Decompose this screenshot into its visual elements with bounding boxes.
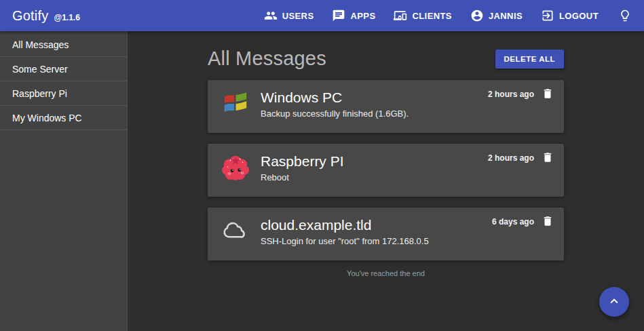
message-timestamp: 2 hours ago <box>488 153 534 163</box>
windows-logo-icon <box>221 89 250 117</box>
users-icon <box>264 9 278 22</box>
message-timestamp: 6 days ago <box>492 217 534 227</box>
end-of-list-text: You've reached the end <box>208 269 564 277</box>
nav-logout[interactable]: LOGOUT <box>541 9 599 22</box>
sidebar-item-label: My Windows PC <box>12 113 82 123</box>
message-list: Windows PC Backup successfully finished … <box>208 80 564 260</box>
logout-icon <box>541 9 554 22</box>
sidebar-item-some-server[interactable]: Some Server <box>0 57 127 81</box>
nav-logout-label: LOGOUT <box>559 11 599 21</box>
account-icon <box>470 9 484 22</box>
message-card-windows-pc: Windows PC Backup successfully finished … <box>208 80 564 133</box>
nav-user-label: JANNIS <box>489 11 523 21</box>
nav-users[interactable]: USERS <box>264 9 314 22</box>
nav-clients-label: CLIENTS <box>412 11 451 21</box>
app-bar: Gotify @1.1.6 USERS APPS CLIENTS JANNIS <box>0 0 644 31</box>
message-card-raspberry-pi: Raspberry PI Reboot 2 hours ago <box>208 144 564 197</box>
nav-clients[interactable]: CLIENTS <box>394 9 451 22</box>
top-nav: USERS APPS CLIENTS JANNIS LOGOUT <box>264 9 632 22</box>
message-body: SSH-Login for user "root" from 172.168.0… <box>261 236 553 246</box>
trash-icon <box>542 151 554 166</box>
brand-name: Gotify <box>12 8 48 24</box>
sidebar-item-label: Some Server <box>12 64 68 75</box>
lightbulb-icon <box>618 9 632 22</box>
brand-version: @1.1.6 <box>54 13 79 22</box>
nav-users-label: USERS <box>282 11 314 21</box>
sidebar-item-raspberry-pi[interactable]: Raspberry Pi <box>0 81 127 106</box>
message-body: Backup successfully finished (1.6GB). <box>261 109 553 119</box>
delete-message-button[interactable] <box>539 214 556 230</box>
nav-user-jannis[interactable]: JANNIS <box>470 9 523 22</box>
sidebar-item-label: All Messages <box>12 39 69 50</box>
nav-apps[interactable]: APPS <box>332 9 375 22</box>
delete-message-button[interactable] <box>539 86 556 102</box>
clients-icon <box>394 9 407 22</box>
sidebar: All Messages Some Server Raspberry Pi My… <box>0 31 128 331</box>
brand-link[interactable]: Gotify @1.1.6 <box>12 8 80 24</box>
chevron-up-icon <box>607 294 622 311</box>
raspberry-icon <box>221 153 250 181</box>
scroll-to-top-button[interactable] <box>599 287 629 317</box>
delete-message-button[interactable] <box>539 150 556 166</box>
sidebar-item-my-windows-pc[interactable]: My Windows PC <box>0 106 127 130</box>
sidebar-item-label: Raspberry Pi <box>12 88 67 99</box>
message-timestamp: 2 hours ago <box>488 90 534 99</box>
sidebar-item-all-messages[interactable]: All Messages <box>0 33 127 57</box>
trash-icon <box>542 87 554 102</box>
message-body: Reboot <box>261 172 553 182</box>
apps-icon <box>332 9 345 22</box>
message-card-cloud-example: cloud.example.tld SSH-Login for user "ro… <box>208 208 564 260</box>
cloud-icon <box>221 216 250 245</box>
nav-apps-label: APPS <box>350 11 375 21</box>
page-title: All Messages <box>208 47 326 70</box>
delete-all-button[interactable]: DELETE ALL <box>495 50 565 69</box>
trash-icon <box>542 215 554 229</box>
main-content: All Messages DELETE ALL Windows PC Backu… <box>128 31 644 331</box>
theme-toggle-button[interactable] <box>618 9 632 22</box>
